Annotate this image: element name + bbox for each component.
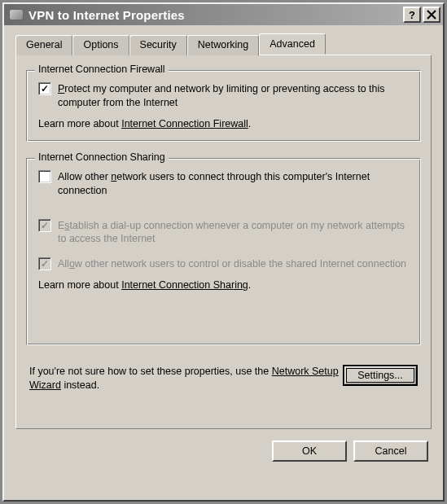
- group-firewall: Internet Connection Firewall ✓ Protect m…: [26, 70, 421, 142]
- sharing-learn-post: .: [248, 279, 251, 291]
- firewall-learn-link[interactable]: Internet Connection Firewall: [121, 118, 248, 129]
- dialog-buttons: OK Cancel: [15, 429, 432, 462]
- control-row: ✓ Allow other network users to control o…: [38, 257, 409, 271]
- protect-checkbox[interactable]: ✓: [38, 82, 51, 95]
- close-icon: [427, 10, 436, 20]
- tab-strip: General Options Security Networking Adva…: [15, 33, 432, 55]
- wizard-hint-pre: If you're not sure how to set these prop…: [29, 366, 272, 377]
- tab-general[interactable]: General: [15, 35, 72, 56]
- group-sharing: Internet Connection Sharing Allow other …: [26, 158, 421, 345]
- allow-connect-label: Allow other network users to connect thr…: [58, 170, 409, 198]
- sharing-learn-link[interactable]: Internet Connection Sharing: [121, 279, 248, 291]
- ok-button[interactable]: OK: [272, 440, 347, 462]
- dialog-window: VPN to Internet Properties ? General Opt…: [2, 2, 445, 502]
- settings-button[interactable]: Settings...: [343, 365, 418, 386]
- allow-connect-checkbox[interactable]: [38, 170, 51, 183]
- wizard-hint: If you're not sure how to set these prop…: [29, 365, 343, 392]
- tab-options[interactable]: Options: [72, 35, 129, 56]
- allow-connect-row: Allow other network users to connect thr…: [38, 170, 409, 198]
- dialup-label: Establish a dial-up connection whenever …: [58, 219, 409, 247]
- sharing-learn-pre: Learn more about: [38, 279, 121, 291]
- firewall-learn: Learn more about Internet Connection Fir…: [38, 118, 409, 129]
- protect-row: ✓ Protect my computer and network by lim…: [38, 82, 409, 110]
- firewall-learn-pre: Learn more about: [38, 118, 121, 129]
- bottom-area: If you're not sure how to set these prop…: [26, 362, 421, 392]
- connection-icon: [9, 9, 24, 20]
- dialup-row: ✓ Establish a dial-up connection wheneve…: [38, 219, 409, 247]
- dialup-checkbox: ✓: [38, 219, 51, 232]
- control-checkbox: ✓: [38, 257, 51, 270]
- tab-panel-advanced: Internet Connection Firewall ✓ Protect m…: [15, 55, 432, 429]
- firewall-learn-post: .: [248, 118, 251, 129]
- help-button[interactable]: ?: [403, 7, 421, 23]
- wizard-hint-post: instead.: [61, 379, 99, 391]
- protect-label: Protect my computer and network by limit…: [58, 82, 409, 110]
- title-bar: VPN to Internet Properties ?: [4, 4, 443, 25]
- tab-networking[interactable]: Networking: [187, 35, 260, 56]
- close-button[interactable]: [423, 7, 440, 23]
- cancel-button[interactable]: Cancel: [353, 440, 428, 462]
- tab-security[interactable]: Security: [129, 35, 187, 56]
- window-title: VPN to Internet Properties: [28, 8, 401, 22]
- group-sharing-legend: Internet Connection Sharing: [35, 151, 169, 163]
- control-label: Allow other network users to control or …: [58, 257, 406, 271]
- group-firewall-legend: Internet Connection Firewall: [35, 64, 169, 75]
- sharing-learn: Learn more about Internet Connection Sha…: [38, 279, 409, 291]
- tab-advanced[interactable]: Advanced: [259, 33, 326, 55]
- client-area: General Options Security Networking Adva…: [4, 25, 443, 471]
